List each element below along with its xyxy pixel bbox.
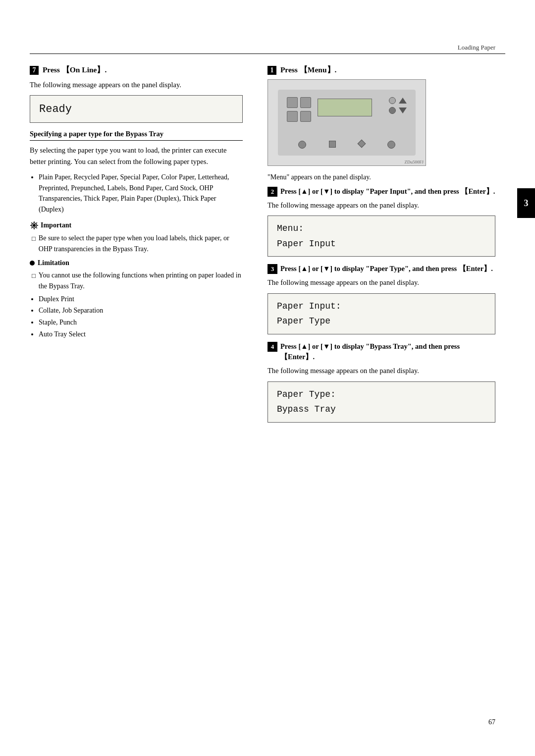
- limitation-list: Duplex Print Collate, Job Separation Sta…: [39, 294, 243, 340]
- printer-btn-4: [300, 111, 311, 122]
- limitation-body-text: You cannot use the following functions w…: [39, 270, 243, 291]
- limitation-item-3: Staple, Punch: [39, 317, 243, 328]
- step3-display: Paper Input: Paper Type: [268, 293, 495, 334]
- printer-bottom-circle-1: [298, 141, 306, 149]
- step4-display-line2: Bypass Tray: [277, 402, 486, 417]
- printer-bottom-sq: [329, 141, 336, 148]
- step4-number: 4: [268, 342, 277, 352]
- step2-heading: Press [▲] or [▼] to display "Paper Input…: [280, 186, 495, 197]
- ready-text: Ready: [39, 103, 72, 115]
- bypass-section-body: By selecting the paper type you want to …: [30, 145, 243, 167]
- page-container: Loading Paper 3 7 Press 【On Line】. The f…: [0, 0, 535, 756]
- printer-tri-up: [399, 98, 407, 104]
- limitation-item-1: Duplex Print: [39, 294, 243, 305]
- important-item-text: Be sure to select the paper type when yo…: [39, 233, 243, 254]
- printer-btn-1: [287, 97, 298, 108]
- step1-heading: 1 Press 【Menu】.: [268, 64, 495, 75]
- chapter-number: 3: [524, 198, 529, 209]
- checkbox-sym: □: [32, 234, 36, 244]
- printer-circle-2: [389, 107, 396, 114]
- step2-display-line1: Menu:: [277, 221, 486, 236]
- paper-types-list: Plain Paper, Recycled Paper, Special Pap…: [39, 172, 243, 215]
- important-label: Important: [41, 221, 71, 229]
- printer-right-row1: [389, 97, 407, 104]
- limitation-heading: Limitation: [30, 259, 243, 267]
- step2-display: Menu: Paper Input: [268, 216, 495, 257]
- step3-number: 3: [268, 264, 277, 274]
- important-box: Important □ Be sure to select the paper …: [30, 221, 243, 254]
- important-icon: [30, 221, 39, 230]
- step3-body: The following message appears on the pan…: [268, 277, 495, 288]
- step2-row: 2 Press [▲] or [▼] to display "Paper Inp…: [268, 186, 495, 197]
- step4-heading: Press [▲] or [▼] to display "Bypass Tray…: [280, 341, 495, 362]
- step3-heading: Press [▲] or [▼] to display "Paper Type"…: [280, 264, 493, 274]
- printer-circle-1: [389, 97, 396, 104]
- step2-display-line2: Paper Input: [277, 236, 486, 252]
- header-section: Loading Paper: [458, 44, 495, 52]
- step4-body: The following message appears on the pan…: [268, 365, 495, 376]
- printer-btn-3: [287, 111, 298, 122]
- step1-title: Press 【Menu】.: [280, 65, 337, 74]
- limitation-item-4: Auto Tray Select: [39, 329, 243, 340]
- page-number: 67: [488, 718, 495, 726]
- limitation-checkbox: □: [32, 271, 36, 281]
- important-heading: Important: [30, 221, 243, 230]
- limitation-body: □ You cannot use the following functions…: [30, 270, 243, 291]
- step7-body: The following message appears on the pan…: [30, 79, 243, 90]
- step3-display-line2: Paper Type: [277, 314, 486, 329]
- step4-display-line1: Paper Type:: [277, 387, 486, 402]
- ready-display: Ready: [30, 95, 243, 123]
- step1-number: 1: [268, 66, 276, 75]
- bypass-section-heading: Specifying a paper type for the Bypass T…: [30, 130, 243, 141]
- limitation-dot-icon: [30, 261, 35, 266]
- header-rule: [30, 54, 505, 54]
- limitation-label: Limitation: [38, 259, 69, 267]
- bypass-heading-text: Specifying a paper type for the Bypass T…: [30, 130, 163, 138]
- printer-left-buttons: [287, 97, 311, 122]
- chapter-tab: 3: [517, 188, 535, 218]
- left-column: 7 Press 【On Line】. The following message…: [30, 64, 243, 344]
- step3-row: 3 Press [▲] or [▼] to display "Paper Typ…: [268, 264, 495, 274]
- step2-body: The following message appears on the pan…: [268, 200, 495, 211]
- printer-bottom-diamond: [358, 139, 366, 148]
- image-label: ZDu500FJ: [404, 160, 424, 164]
- paper-types-item: Plain Paper, Recycled Paper, Special Pap…: [39, 172, 243, 215]
- step3-display-line1: Paper Input:: [277, 299, 486, 314]
- step4-display: Paper Type: Bypass Tray: [268, 381, 495, 423]
- menu-appears-text: "Menu" appears on the panel display.: [268, 172, 495, 182]
- svg-point-0: [33, 224, 36, 227]
- printer-right-row2: [389, 107, 407, 114]
- printer-btn-2: [300, 97, 311, 108]
- printer-tri-down: [399, 108, 407, 113]
- printer-right-buttons: [389, 97, 407, 114]
- step7-title: Press 【On Line】.: [43, 65, 107, 74]
- right-column: 1 Press 【Menu】.: [268, 64, 495, 430]
- step2-number: 2: [268, 187, 277, 197]
- important-item-1: □ Be sure to select the paper type when …: [30, 233, 243, 254]
- printer-bottom-circle-2: [387, 141, 395, 149]
- printer-image: ZDu500FJ: [268, 79, 426, 166]
- printer-bottom-buttons: [287, 141, 407, 149]
- printer-btn-row-2: [287, 111, 311, 122]
- printer-panel: [278, 90, 416, 156]
- printer-btn-row-1: [287, 97, 311, 108]
- limitation-item-2: Collate, Job Separation: [39, 305, 243, 316]
- step7-heading: 7 Press 【On Line】.: [30, 64, 243, 75]
- step4-row: 4 Press [▲] or [▼] to display "Bypass Tr…: [268, 341, 495, 362]
- step7-number: 7: [30, 66, 39, 75]
- printer-display: [318, 99, 372, 116]
